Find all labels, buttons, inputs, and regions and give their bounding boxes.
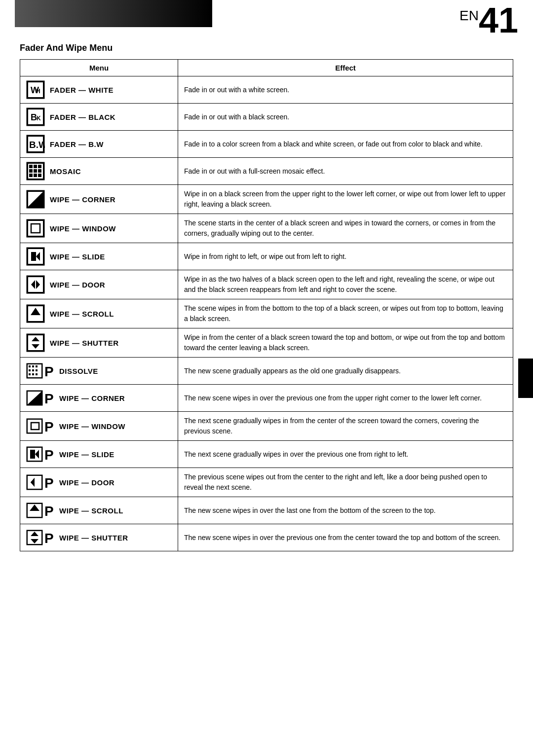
effect-text-7: Wipe in as the two halves of a black scr… — [184, 274, 507, 295]
menu-icon-wipe-window — [26, 219, 45, 238]
svg-text:P: P — [44, 504, 54, 519]
svg-rect-26 — [28, 221, 43, 236]
menu-cell-2: B.W FADER — B.W — [20, 131, 178, 158]
menu-icon-p-dissolve: P — [26, 361, 54, 380]
menu-label-9: WIPE — SHUTTER — [50, 339, 119, 347]
menu-cell-15: P WIPE — SCROLL — [20, 497, 178, 524]
svg-rect-49 — [32, 369, 34, 371]
menu-icon-p-wipe-shutter: P — [26, 528, 54, 547]
menu-cell-11: P WIPE — CORNER — [20, 385, 178, 412]
menu-label-13: WIPE — SLIDE — [59, 450, 114, 459]
menu-icon-wipe-corner — [26, 190, 45, 209]
menu-label-3: MOSAIC — [50, 167, 81, 176]
svg-rect-45 — [29, 365, 31, 367]
svg-text:P: P — [44, 391, 54, 406]
menu-label-14: WIPE — DOOR — [59, 478, 114, 487]
table-row: WIPE — CORNERWipe in on a black screen f… — [20, 185, 513, 214]
effect-cell-7: Wipe in as the two halves of a black scr… — [178, 270, 513, 299]
effect-cell-3: Fade in or out with a full-screen mosaic… — [178, 158, 513, 185]
effect-text-8: The scene wipes in from the bottom to th… — [184, 303, 507, 324]
svg-rect-17 — [34, 169, 37, 173]
svg-text:P: P — [44, 447, 54, 463]
table-row: P DISSOLVEThe new scene gradually appear… — [20, 358, 513, 385]
svg-text:K: K — [37, 115, 41, 122]
menu-label-7: WIPE — DOOR — [50, 281, 105, 289]
menu-icon-bk: B K — [26, 108, 45, 126]
col-effect-header: Effect — [178, 60, 513, 76]
menu-cell-5: WIPE — WINDOW — [20, 214, 178, 243]
table-row: P WIPE — DOORThe previous scene wipes ou… — [20, 468, 513, 497]
svg-rect-13 — [29, 165, 33, 168]
page-prefix: EN — [459, 8, 479, 23]
menu-icon-wipe-slide — [26, 247, 45, 266]
svg-rect-20 — [34, 174, 37, 177]
effect-text-6: Wipe in from right to left, or wipe out … — [184, 252, 507, 262]
effect-text-13: The next scene gradually wipes in over t… — [184, 449, 507, 460]
page-header: EN41 — [0, 0, 533, 38]
table-row: P WIPE — WINDOWThe next scene gradually … — [20, 412, 513, 441]
table-row: MOSAICFade in or out with a full-screen … — [20, 158, 513, 185]
svg-rect-15 — [38, 165, 41, 168]
menu-cell-6: WIPE — SLIDE — [20, 243, 178, 270]
menu-cell-8: WIPE — SCROLL — [20, 299, 178, 328]
effect-cell-0: Fade in or out with a white screen. — [178, 76, 513, 104]
table-row: WIPE — DOORWipe in as the two halves of … — [20, 270, 513, 299]
svg-rect-19 — [29, 174, 33, 177]
svg-text:P: P — [44, 475, 54, 491]
menu-cell-16: P WIPE — SHUTTER — [20, 524, 178, 551]
menu-table: Menu Effect W H FADER — WHITEFade in or … — [20, 59, 513, 551]
effect-text-12: The next scene gradually wipes in from t… — [184, 416, 507, 436]
menu-label-11: WIPE — CORNER — [59, 394, 125, 402]
svg-rect-31 — [31, 252, 36, 261]
effect-cell-4: Wipe in on a black screen from the upper… — [178, 185, 513, 214]
menu-icon-p-wipe-scroll: P — [26, 501, 54, 520]
svg-rect-47 — [36, 365, 38, 367]
svg-rect-33 — [28, 277, 43, 292]
header-bar — [15, 0, 212, 27]
menu-cell-12: P WIPE — WINDOW — [20, 412, 178, 441]
menu-cell-7: WIPE — DOOR — [20, 270, 178, 299]
effect-cell-5: The scene starts in the center of a blac… — [178, 214, 513, 243]
effect-cell-13: The next scene gradually wipes in over t… — [178, 441, 513, 468]
menu-cell-4: WIPE — CORNER — [20, 185, 178, 214]
effect-cell-14: The previous scene wipes out from the ce… — [178, 468, 513, 497]
effect-text-0: Fade in or out with a white screen. — [184, 85, 507, 95]
table-header-row: Menu Effect — [20, 60, 513, 76]
effect-cell-12: The next scene gradually wipes in from t… — [178, 412, 513, 441]
table-row: P WIPE — SHUTTERThe new scene wipes in o… — [20, 524, 513, 551]
menu-label-16: WIPE — SHUTTER — [59, 534, 128, 542]
menu-cell-10: P DISSOLVE — [20, 358, 178, 385]
effect-text-3: Fade in or out with a full-screen mosaic… — [184, 166, 507, 177]
effect-text-1: Fade in or out with a black screen. — [184, 112, 507, 122]
svg-rect-50 — [36, 369, 38, 371]
table-row: P WIPE — CORNERThe new scene wipes in ov… — [20, 385, 513, 412]
table-row: W H FADER — WHITEFade in or out with a w… — [20, 76, 513, 104]
main-content: Fader And Wipe Menu Menu Effect W H FADE… — [0, 43, 533, 571]
menu-cell-0: W H FADER — WHITE — [20, 76, 178, 104]
menu-label-10: DISSOLVE — [59, 367, 98, 375]
effect-text-16: The new scene wipes in over the previous… — [184, 533, 507, 543]
menu-label-4: WIPE — CORNER — [50, 195, 115, 204]
effect-cell-1: Fade in or out with a black screen. — [178, 104, 513, 131]
table-row: WIPE — WINDOWThe scene starts in the cen… — [20, 214, 513, 243]
svg-rect-53 — [36, 373, 38, 375]
effect-cell-11: The new scene wipes in over the previous… — [178, 385, 513, 412]
svg-text:P: P — [44, 531, 54, 546]
svg-text:B.W: B.W — [29, 140, 45, 150]
effect-text-10: The new scene gradually appears as the o… — [184, 366, 507, 376]
table-row: P WIPE — SCROLLThe new scene wipes in ov… — [20, 497, 513, 524]
effect-cell-15: The new scene wipes in over the last one… — [178, 497, 513, 524]
table-row: P WIPE — SLIDEThe next scene gradually w… — [20, 441, 513, 468]
menu-icon-p-wipe-door: P — [26, 473, 54, 492]
menu-label-15: WIPE — SCROLL — [59, 506, 123, 515]
menu-icon-wipe-door — [26, 275, 45, 294]
menu-icon-bw: B.W — [26, 135, 45, 153]
menu-label-2: FADER — B.W — [50, 140, 104, 148]
effect-text-9: Wipe in from the center of a black scree… — [184, 332, 507, 353]
menu-cell-3: MOSAIC — [20, 158, 178, 185]
svg-rect-21 — [38, 174, 41, 177]
menu-cell-1: B K FADER — BLACK — [20, 104, 178, 131]
svg-rect-16 — [29, 169, 33, 173]
menu-label-12: WIPE — WINDOW — [59, 422, 125, 431]
effect-text-2: Fade in to a color screen from a black a… — [184, 139, 507, 149]
